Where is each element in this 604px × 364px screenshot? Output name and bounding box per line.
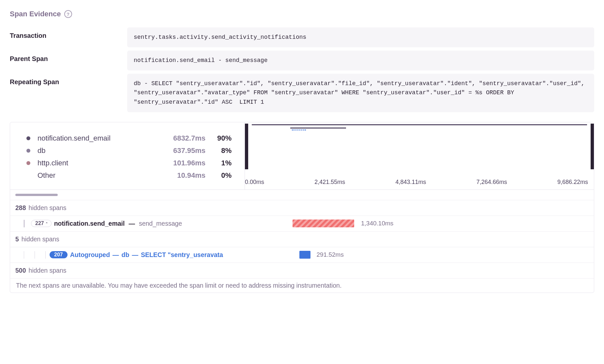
hidden-count: 288 — [15, 204, 26, 212]
legend-pct: 0% — [205, 171, 232, 180]
evidence-value[interactable]: db - SELECT "sentry_useravatar"."id", "s… — [127, 74, 594, 112]
span-children-pill[interactable]: 227 ⌃ — [31, 220, 52, 227]
evidence-key: Parent Span — [10, 51, 127, 63]
section-header: Span Evidence ? — [10, 10, 594, 18]
evidence-row-repeating-span: Repeating Span db - SELECT "sentry_usera… — [10, 74, 594, 112]
chevron-up-icon: ⌃ — [45, 222, 48, 225]
legend-dot-icon — [26, 174, 30, 177]
minimap-handle-right[interactable] — [591, 124, 594, 169]
minimap-canvas — [245, 122, 594, 171]
span-bar[interactable] — [293, 220, 354, 227]
span-db-label: db — [122, 251, 129, 259]
hidden-spans-label: 500 hidden spans — [10, 265, 251, 276]
evidence-value[interactable]: notification.send_email - send_message — [127, 51, 594, 70]
minimap-ticks: 0.00ms 2,421.55ms 4,843.11ms 7,264.66ms … — [245, 179, 594, 186]
tick-label: 9,686.22ms — [557, 179, 588, 186]
trace-container: notification.send_email 6832.7ms 90% db … — [10, 122, 594, 293]
evidence-key: Transaction — [10, 27, 127, 39]
legend-row[interactable]: Other 10.94ms 0% — [26, 169, 232, 182]
legend-time: 637.95ms — [153, 146, 205, 155]
legend-pct: 8% — [205, 146, 232, 155]
hidden-count: 5 — [15, 235, 19, 243]
hidden-spans-label: 5 hidden spans — [10, 234, 251, 245]
span-bar[interactable] — [299, 251, 310, 259]
hidden-text: hidden spans — [22, 235, 59, 243]
span-children-count: 227 — [35, 220, 44, 226]
hidden-text: hidden spans — [29, 204, 67, 212]
span-separator: — — [132, 251, 138, 259]
hidden-count: 500 — [15, 267, 26, 274]
tick-label: 7,264.66ms — [476, 179, 507, 186]
trace-minimap[interactable]: 0.00ms 2,421.55ms 4,843.11ms 7,264.66ms … — [245, 122, 594, 190]
trace-row-hidden[interactable]: 288 hidden spans — [10, 200, 594, 216]
info-row: The next spans are unavailable. You may … — [10, 279, 594, 293]
minimap-handle-left[interactable] — [245, 124, 248, 169]
legend-time: 101.96ms — [153, 159, 205, 167]
trace-top: notification.send_email 6832.7ms 90% db … — [10, 122, 594, 190]
trace-legend: notification.send_email 6832.7ms 90% db … — [10, 122, 245, 190]
trace-row-hidden[interactable]: 5 hidden spans — [10, 232, 594, 247]
help-icon[interactable]: ? — [64, 10, 72, 18]
horizontal-scrollbar[interactable] — [15, 194, 58, 196]
tree-line-icon — [45, 251, 46, 259]
evidence-row-transaction: Transaction sentry.tasks.activity.send_a… — [10, 27, 594, 47]
span-title: notification.send_email — [54, 220, 125, 227]
legend-name: Other — [38, 171, 153, 180]
tick-label: 0.00ms — [245, 179, 264, 186]
legend-row[interactable]: db 637.95ms 8% — [26, 144, 232, 157]
span-autogrouped-label: Autogrouped — [70, 251, 110, 259]
trace-row-span[interactable]: 227 ⌃ notification.send_email — send_mes… — [10, 216, 594, 232]
legend-dot-icon — [26, 136, 30, 140]
minimap-overview-bar — [292, 129, 306, 131]
span-desc: send_message — [139, 220, 182, 227]
legend-pct: 90% — [205, 134, 232, 143]
evidence-key: Repeating Span — [10, 74, 127, 86]
tick-label: 2,421.55ms — [314, 179, 345, 186]
minimap-overview-bar — [252, 124, 587, 125]
evidence-value[interactable]: sentry.tasks.activity.send_activity_noti… — [127, 27, 594, 47]
trace-row-hidden[interactable]: 500 hidden spans — [10, 263, 594, 279]
section-title: Span Evidence — [10, 10, 61, 18]
span-separator: — — [128, 220, 135, 227]
tree-line-icon — [24, 220, 24, 227]
tree-line-icon — [35, 251, 35, 259]
tick-label: 4,843.11ms — [395, 179, 426, 186]
legend-time: 10.94ms — [153, 171, 205, 180]
span-duration: 1,340.10ms — [361, 220, 393, 227]
legend-name: notification.send_email — [38, 134, 153, 143]
legend-name: db — [38, 146, 153, 155]
trace-row-span[interactable]: 207 Autogrouped — db — SELECT "sentry_us… — [10, 247, 594, 263]
minimap-overview-bar — [290, 128, 346, 129]
legend-dot-icon — [26, 149, 30, 153]
legend-row[interactable]: notification.send_email 6832.7ms 90% — [26, 132, 232, 144]
tree-line-icon — [24, 251, 24, 259]
legend-dot-icon — [26, 161, 30, 165]
autogroup-count-badge[interactable]: 207 — [50, 251, 68, 258]
trace-rows: 288 hidden spans 227 ⌃ notification.send… — [10, 190, 594, 293]
hidden-text: hidden spans — [29, 267, 67, 274]
span-separator: — — [113, 251, 119, 259]
trace-row-scrollbar — [10, 190, 594, 200]
evidence-row-parent-span: Parent Span notification.send_email - se… — [10, 51, 594, 70]
info-text: The next spans are unavailable. You may … — [16, 282, 341, 289]
span-desc: SELECT "sentry_useravata — [141, 251, 223, 259]
legend-time: 6832.7ms — [153, 134, 205, 143]
legend-row[interactable]: http.client 101.96ms 1% — [26, 157, 232, 169]
legend-name: http.client — [38, 159, 153, 167]
span-duration: 291.52ms — [317, 251, 344, 258]
legend-pct: 1% — [205, 159, 232, 167]
hidden-spans-label: 288 hidden spans — [10, 202, 251, 214]
